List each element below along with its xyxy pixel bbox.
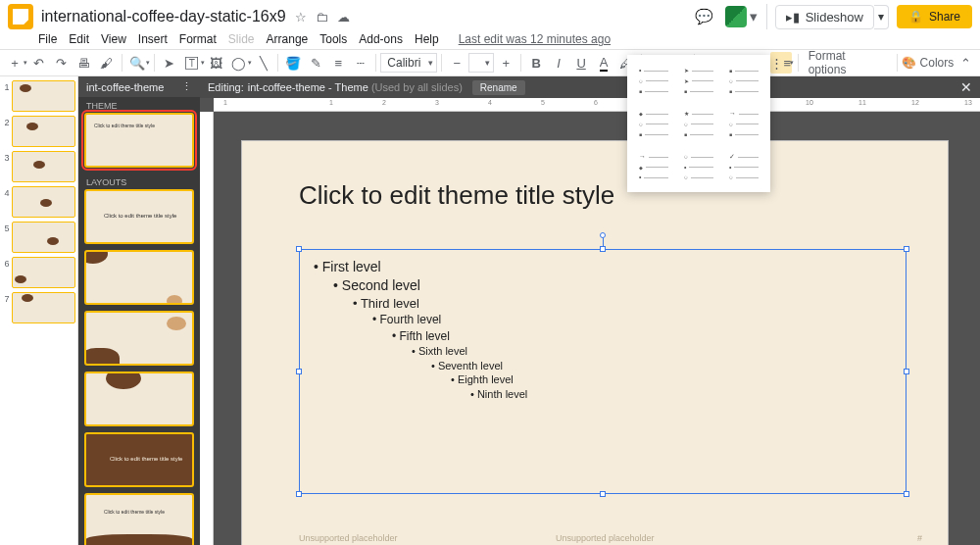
- resize-handle-bl[interactable]: [296, 491, 302, 497]
- document-title[interactable]: international-coffee-day-static-16x9: [41, 8, 286, 25]
- bullet-preset-5[interactable]: [678, 104, 719, 143]
- layout-thumb-2[interactable]: [84, 250, 194, 305]
- layout-thumb-1[interactable]: Click to edit theme title style: [84, 189, 194, 244]
- bullet-preset-8[interactable]: [678, 147, 719, 186]
- bold-button[interactable]: B: [525, 52, 547, 74]
- horizontal-ruler[interactable]: 112345678910111213: [214, 98, 980, 112]
- slide-thumb-5[interactable]: [12, 222, 75, 253]
- select-tool[interactable]: ➤: [159, 52, 180, 74]
- resize-handle-mr[interactable]: [904, 369, 909, 374]
- slide-thumb-6[interactable]: [12, 257, 75, 288]
- collapse-toolbar-button[interactable]: ⌃: [955, 52, 976, 74]
- resize-handle-br[interactable]: [904, 491, 909, 497]
- line-tool[interactable]: ╲: [253, 52, 274, 74]
- outline-level-4[interactable]: • Fourth level: [372, 312, 892, 327]
- border-weight-button[interactable]: ≡: [327, 52, 349, 74]
- font-size-input[interactable]: [468, 53, 494, 73]
- resize-handle-bm[interactable]: [600, 491, 606, 497]
- outline-level-2[interactable]: • Second level: [333, 276, 892, 295]
- border-dash-button[interactable]: ┄: [350, 52, 371, 74]
- footer-placeholder-center[interactable]: Unsupported placeholder: [556, 533, 655, 543]
- theme-colors-button[interactable]: 🎨Colors: [902, 56, 955, 70]
- menu-edit[interactable]: Edit: [64, 30, 94, 48]
- italic-button[interactable]: I: [548, 52, 569, 74]
- cloud-status-icon[interactable]: ☁: [337, 10, 350, 25]
- resize-handle-tm[interactable]: [600, 246, 606, 252]
- bullet-preset-6[interactable]: [723, 104, 764, 143]
- increase-font-button[interactable]: +: [495, 52, 516, 74]
- comments-icon[interactable]: 💬: [692, 4, 717, 29]
- meet-icon[interactable]: [725, 6, 747, 27]
- border-color-button[interactable]: ✎: [305, 52, 326, 74]
- outline-level-7[interactable]: • Seventh level: [431, 359, 892, 373]
- slide-thumb-4[interactable]: [12, 186, 75, 218]
- slideshow-dropdown[interactable]: ▾: [874, 5, 889, 29]
- bullet-preset-1[interactable]: [633, 61, 674, 100]
- rename-button[interactable]: Rename: [472, 80, 525, 95]
- text-color-button[interactable]: A: [593, 52, 614, 74]
- outline-level-6[interactable]: • Sixth level: [412, 344, 892, 359]
- close-theme-editor-button[interactable]: ✕: [960, 79, 972, 95]
- star-icon[interactable]: ☆: [295, 10, 307, 25]
- menu-view[interactable]: View: [96, 30, 131, 48]
- zoom-button[interactable]: 🔍: [126, 52, 148, 74]
- bulleted-list-dropdown[interactable]: ▾: [790, 59, 794, 67]
- menu-slide[interactable]: Slide: [223, 30, 260, 48]
- layout-thumb-6[interactable]: Click to edit theme title style: [84, 493, 194, 545]
- bullet-preset-9[interactable]: [723, 147, 764, 186]
- slideshow-button[interactable]: ▸▮ Slideshow: [775, 5, 874, 29]
- menu-file[interactable]: File: [33, 30, 62, 48]
- theme-master-thumb[interactable]: Click to edit theme title style: [84, 113, 194, 168]
- decrease-font-button[interactable]: −: [446, 52, 467, 74]
- resize-handle-ml[interactable]: [296, 369, 302, 374]
- theme-panel-more-icon[interactable]: ⋮: [181, 80, 192, 93]
- bullet-preset-3[interactable]: [723, 61, 764, 100]
- slide-thumb-2[interactable]: [12, 116, 75, 147]
- font-family-select[interactable]: Calibri: [380, 53, 437, 73]
- textbox-dropdown[interactable]: ▾: [201, 59, 205, 67]
- slide-thumb-3[interactable]: [12, 151, 75, 182]
- undo-button[interactable]: ↶: [28, 52, 50, 74]
- fill-color-button[interactable]: 🪣: [282, 52, 304, 74]
- rotate-handle[interactable]: [600, 232, 606, 238]
- outline-level-3[interactable]: • Third level: [353, 295, 892, 313]
- layout-thumb-3[interactable]: [84, 311, 194, 366]
- layout-thumb-5[interactable]: Click to edit theme title style: [84, 432, 194, 487]
- resize-handle-tl[interactable]: [296, 246, 302, 252]
- slide-thumb-7[interactable]: [12, 292, 75, 323]
- menu-add-ons[interactable]: Add-ons: [354, 30, 408, 48]
- print-button[interactable]: 🖶: [74, 52, 95, 74]
- shape-tool[interactable]: ◯: [228, 52, 250, 74]
- menu-arrange[interactable]: Arrange: [262, 30, 314, 48]
- resize-handle-tr[interactable]: [904, 246, 909, 252]
- redo-button[interactable]: ↷: [51, 52, 73, 74]
- image-tool[interactable]: 🖼: [206, 52, 227, 74]
- menu-help[interactable]: Help: [410, 30, 444, 48]
- bulleted-list-button[interactable]: ⋮≡: [770, 52, 792, 74]
- bullet-preset-7[interactable]: [633, 147, 674, 186]
- new-slide-dropdown[interactable]: ▾: [24, 59, 27, 67]
- page-number-placeholder[interactable]: #: [917, 533, 922, 543]
- menu-format[interactable]: Format: [174, 30, 221, 48]
- outline-level-5[interactable]: • Fifth level: [392, 328, 892, 344]
- share-button[interactable]: 🔒 Share: [897, 5, 972, 28]
- slide-thumb-1[interactable]: [12, 80, 75, 112]
- bullet-preset-4[interactable]: [633, 104, 674, 143]
- slide-canvas[interactable]: Click to edit theme title style • First …: [242, 141, 948, 545]
- last-edit-link[interactable]: Last edit was 12 minutes ago: [454, 30, 615, 48]
- outline-level-1[interactable]: • First level: [314, 258, 892, 276]
- bullet-preset-2[interactable]: [678, 61, 719, 100]
- vertical-ruler[interactable]: [200, 112, 214, 545]
- format-options-button[interactable]: Format options: [808, 49, 887, 76]
- shape-dropdown[interactable]: ▾: [248, 59, 252, 67]
- layout-thumb-4[interactable]: [84, 372, 194, 426]
- new-slide-button[interactable]: +: [4, 52, 25, 74]
- slides-logo[interactable]: [8, 4, 33, 29]
- move-icon[interactable]: 🗀: [316, 10, 328, 25]
- footer-placeholder-left[interactable]: Unsupported placeholder: [299, 533, 398, 543]
- outline-level-8[interactable]: • Eighth level: [451, 372, 892, 387]
- menu-insert[interactable]: Insert: [133, 30, 172, 48]
- body-placeholder[interactable]: • First level• Second level• Third level…: [299, 249, 906, 494]
- outline-level-9[interactable]: • Ninth level: [470, 387, 892, 402]
- underline-button[interactable]: U: [570, 52, 592, 74]
